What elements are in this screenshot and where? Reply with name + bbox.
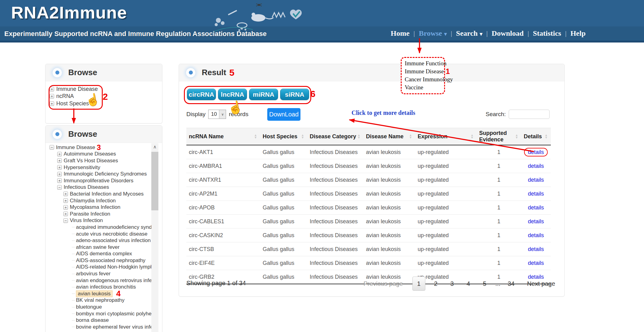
tree-item-aids-dementia-complex[interactable]: AIDS dementia complex (46, 251, 152, 257)
plus-icon[interactable]: + (63, 205, 68, 210)
dropdown-item-vaccine[interactable]: Vaccine (405, 83, 444, 91)
plus-icon[interactable]: + (63, 212, 68, 216)
minus-icon[interactable]: − (50, 145, 54, 150)
pagination-page-4[interactable]: 4 (463, 277, 474, 291)
details-link[interactable]: details (528, 232, 544, 238)
search-input[interactable] (509, 110, 550, 119)
column-header-disease-category[interactable]: Disease Category▲▼ (307, 128, 364, 145)
tree-item-immune-disease[interactable]: +Immune Disease (50, 86, 162, 93)
tree-item-bovine-ephemeral-fever-virus-infe[interactable]: bovine ephemeral fever virus infe (46, 324, 152, 330)
scrollbar-up-icon[interactable]: ∧ (151, 143, 158, 151)
sort-icon[interactable]: ▲▼ (515, 134, 518, 139)
nav-item-browse[interactable]: Browse▾ (419, 29, 447, 38)
nav-item-home[interactable]: Home (391, 29, 409, 38)
details-link[interactable]: details (528, 260, 544, 266)
nav-item-search[interactable]: Search▾ (456, 29, 483, 38)
column-header-supported-evidence[interactable]: Supported Evidence▲▼ (477, 128, 521, 145)
plus-icon[interactable]: + (57, 165, 62, 170)
plus-icon[interactable]: + (57, 172, 62, 176)
tree-item-chlamydia-infection[interactable]: +Chlamydia Infection (46, 197, 152, 204)
tree-item-aids-related-non-hodgkin-lympho[interactable]: AIDS-related Non-Hodgkin lympho (46, 264, 152, 271)
tree-item-acquired-immunodeficiency-syndr[interactable]: acquired immunodeficiency syndr (46, 224, 152, 231)
plus-icon[interactable]: + (50, 101, 54, 106)
sort-icon[interactable]: ▲▼ (301, 134, 304, 139)
tab-sirna[interactable]: siRNA (280, 89, 309, 100)
records-per-page-select[interactable]: 10 ∨ (208, 110, 226, 119)
sort-icon[interactable]: ▲▼ (409, 134, 412, 139)
plus-icon[interactable]: + (57, 152, 62, 156)
pagination-page-5[interactable]: 5 (479, 277, 491, 291)
tree-item-acute-virus-necrobiotic-disease[interactable]: acute virus necrobiotic disease (46, 231, 152, 237)
dropdown-item-immune-function[interactable]: Immune Function (405, 59, 444, 67)
details-link[interactable]: details (528, 218, 544, 225)
tree-item-virus-infection[interactable]: −Virus Infection (46, 217, 152, 224)
details-link[interactable]: details (528, 246, 544, 252)
tab-lncrna[interactable]: lncRNA (218, 89, 247, 100)
tree-item-immunologic-deficiency-syndromes[interactable]: +Immunologic Deficiency Syndromes (46, 171, 152, 177)
column-header-host-species[interactable]: Host Species▲▼ (260, 128, 307, 145)
download-button[interactable]: DownLoad (267, 108, 300, 121)
details-link[interactable]: details (528, 191, 544, 197)
tree-item-bacterial-infection-and-mycoses[interactable]: +Bacterial Infection and Mycoses (46, 191, 152, 197)
tree-item-bluetongue[interactable]: bluetongue (46, 304, 152, 310)
tree-item-bk-viral-nephropathy[interactable]: BK viral nephropathy (46, 297, 152, 304)
plus-icon[interactable]: + (57, 158, 62, 163)
pagination-page-34[interactable]: 34 (505, 277, 517, 291)
column-header-expression[interactable]: Expression▲▼ (415, 128, 477, 145)
nav-item-download[interactable]: Download (492, 29, 524, 38)
tree-item-ncrna[interactable]: +ncRNA (50, 93, 162, 100)
tree-item-immunoproliferative-disorders[interactable]: +Immunoproliferative Disorders (46, 177, 152, 184)
column-header-details[interactable]: Details▲▼ (521, 128, 551, 145)
details-link[interactable]: details (528, 204, 544, 211)
tab-mirna[interactable]: miRNA (249, 89, 278, 100)
plus-icon[interactable]: + (63, 192, 68, 196)
nav-item-statistics[interactable]: Statistics (533, 29, 561, 38)
tree-item-infectious-diseases[interactable]: −Infectious Diseases (46, 184, 152, 191)
minus-icon[interactable]: − (57, 185, 62, 190)
tab-circrna[interactable]: circRNA (187, 89, 216, 100)
mouse-icon (251, 13, 273, 22)
tree-item-mycoplasma-infection[interactable]: +Mycoplasma Infection (46, 204, 152, 211)
tree-item-parasite-infection[interactable]: +Parasite Infection (46, 211, 152, 217)
scrollbar-thumb[interactable] (151, 152, 158, 210)
plus-icon[interactable]: + (63, 198, 68, 203)
tree-item-host-species[interactable]: +Host Species (50, 100, 162, 107)
plus-icon[interactable]: + (57, 178, 62, 183)
dropdown-item-cancer-immunology[interactable]: Cancer Immunology (405, 75, 444, 83)
tree-item-adeno-associated-virus-infection[interactable]: adeno-associated virus infection (46, 237, 152, 244)
sort-icon[interactable]: ▲▼ (471, 134, 474, 139)
scrollbar-track[interactable]: ∧ (151, 143, 158, 332)
sort-icon[interactable]: ▲▼ (357, 134, 360, 139)
tree-item-borna-disease[interactable]: borna disease (46, 317, 152, 324)
tree-item-bombyx-mori-cytoplasmic-polyhed[interactable]: bombyx mori cytoplasmic polyhed (46, 310, 152, 317)
plus-icon[interactable]: + (50, 87, 54, 91)
details-link[interactable]: details (528, 163, 544, 169)
details-link[interactable]: details (528, 177, 544, 183)
cell-disease-name: avian leukosis (364, 173, 415, 187)
dropdown-item-immune-disease[interactable]: Immune Disease1 (405, 67, 444, 75)
sort-icon[interactable]: ▲▼ (254, 134, 257, 139)
sort-icon[interactable]: ▲▼ (545, 134, 548, 139)
tree-item-hypersensitivity[interactable]: +Hypersensitivity (46, 164, 152, 171)
result-panel: Result 5 circRNAlncRNAmiRNAsiRNA Display… (179, 64, 565, 297)
pagination-page-1[interactable]: 1 (412, 277, 425, 291)
next-page-button[interactable]: Next page (527, 280, 555, 287)
minus-icon[interactable]: − (63, 218, 68, 223)
pagination-page-3[interactable]: 3 (446, 277, 458, 291)
plus-icon[interactable]: + (50, 94, 54, 99)
previous-page-button[interactable]: Previous page (364, 280, 403, 287)
tree-item-graft-vs-host-diseases[interactable]: +Graft Vs Host Diseases (46, 157, 152, 164)
pagination-page-2[interactable]: 2 (430, 277, 442, 291)
tree-item-avian-leukosis[interactable]: avian leukosis4 (46, 290, 152, 297)
column-header-disease-name[interactable]: Disease Name▲▼ (364, 128, 415, 145)
tree-item-autoimmune-diseases[interactable]: +Autoimmune Diseases (46, 151, 152, 158)
tree-item-avian-endogenous-retrovirus-infec[interactable]: avian endogenous retrovirus infec (46, 277, 152, 284)
tree-item-avian-infectious-bronchitis[interactable]: avian infectious bronchitis (46, 284, 152, 290)
tree-item-aids-associated-nephropathy[interactable]: AIDS-associated nephropathy (46, 257, 152, 264)
tree-item-immune-disease[interactable]: −Immune Disease3 (46, 144, 152, 151)
details-link[interactable]: details (524, 148, 547, 156)
tree-item-arbovirus-fever[interactable]: arbovirus fever (46, 270, 152, 277)
tree-item-african-swine-fever[interactable]: african swine fever (46, 244, 152, 251)
column-header-ncrna-name[interactable]: ncRNA Name▲▼ (186, 128, 260, 145)
nav-item-help[interactable]: Help (570, 29, 586, 38)
